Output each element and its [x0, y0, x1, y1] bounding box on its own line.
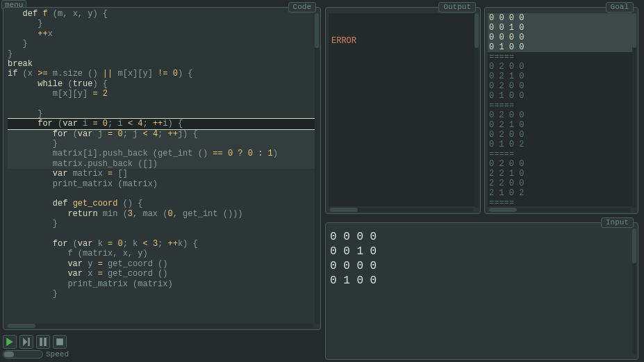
code-line[interactable]: }	[8, 109, 315, 119]
goal-line: 0 1 0 0	[488, 42, 632, 52]
output-body: ERROR	[329, 13, 474, 206]
input-scrollbar-v[interactable]	[632, 229, 636, 354]
code-line[interactable]: }	[8, 19, 315, 28]
output-scrollbar-h[interactable]	[330, 208, 473, 212]
goal-line: 0 2 1 0	[488, 72, 632, 81]
svg-rect-1	[40, 338, 42, 346]
pause-icon	[39, 338, 47, 346]
code-line[interactable]: matrix[i].push_back (get_int () == 0 ? 0…	[8, 149, 315, 158]
play-icon	[6, 338, 14, 346]
goal-sep: =====	[488, 149, 632, 159]
goal-line: 0 0 1 0	[488, 23, 632, 33]
code-line[interactable]: m[x][y] = 2	[8, 89, 315, 99]
code-editor[interactable]: def f (m, x, y) { } ++x }}breakif (x >= …	[8, 9, 315, 325]
goal-panel-label: Goal	[606, 2, 634, 13]
goal-line: 0 0 0 0	[488, 13, 632, 23]
code-scrollbar-v[interactable]	[315, 13, 319, 324]
speed-control: Speed	[3, 350, 69, 359]
controls-bar	[3, 335, 67, 349]
goal-sep: =====	[488, 52, 632, 62]
code-panel: Code def f (m, x, y) { } ++x }}breakif (…	[3, 7, 321, 330]
code-line[interactable]: for (var k = 0; k < 3; ++k) {	[8, 239, 315, 249]
stop-button[interactable]	[53, 335, 67, 349]
code-line[interactable]: print_matrix (matrix)	[8, 279, 315, 289]
goal-line: 0 2 0 0	[488, 81, 632, 91]
goal-line: 2 1 0 2	[488, 188, 632, 198]
code-line[interactable]: while (true) {	[8, 79, 315, 89]
step-icon	[22, 338, 31, 346]
code-line[interactable]	[8, 189, 315, 199]
code-line[interactable]	[8, 229, 315, 239]
code-line[interactable]: print_matrix (matrix)	[8, 179, 315, 189]
goal-line: 2 2 1 0	[488, 169, 632, 179]
goal-body: 0 0 0 00 0 1 00 0 0 00 1 0 0=====0 2 0 0…	[488, 13, 632, 206]
svg-rect-2	[44, 338, 47, 346]
output-panel-label: Output	[438, 2, 476, 13]
code-line[interactable]: }	[8, 39, 315, 49]
goal-line: 0 2 0 0	[488, 110, 632, 120]
code-line[interactable]: }	[8, 139, 315, 149]
code-line[interactable]: def f (m, x, y) {	[8, 9, 315, 19]
code-line[interactable]: var x = get_coord ()	[8, 269, 315, 279]
code-scrollbar-h[interactable]	[8, 324, 313, 328]
code-line[interactable]: return min (3, max (0, get_int ()))	[8, 209, 315, 219]
code-line[interactable]: var y = get_coord ()	[8, 259, 315, 269]
goal-line: 0 2 1 0	[488, 120, 632, 130]
goal-scrollbar-h[interactable]	[489, 208, 631, 212]
pause-button[interactable]	[36, 335, 50, 349]
code-line[interactable]: break	[8, 59, 315, 69]
code-line[interactable]: f (matrix, x, y)	[8, 249, 315, 258]
code-line[interactable]: }	[8, 49, 315, 59]
code-line[interactable]: }	[8, 289, 315, 299]
goal-line: 0 1 0 0	[488, 91, 632, 101]
output-error: ERROR	[329, 33, 474, 49]
goal-line: 0 1 0 2	[488, 140, 632, 149]
goal-line: 0 2 0 0	[488, 159, 632, 169]
goal-line: 0 0 0 0	[488, 33, 632, 42]
step-button[interactable]	[19, 335, 33, 349]
input-panel: Input 0 0 0 0 0 0 1 0 0 0 0 0 0 1 0 0	[325, 222, 638, 360]
code-line[interactable]	[8, 99, 315, 109]
code-line[interactable]: for (var i = 0; i < 4; ++i) {	[8, 119, 315, 129]
goal-line: 0 2 0 0	[488, 130, 632, 140]
code-line[interactable]: var matrix = []	[8, 169, 315, 179]
goal-sep: =====	[488, 198, 632, 206]
input-body[interactable]: 0 0 0 0 0 0 1 0 0 0 0 0 0 1 0 0	[330, 230, 636, 358]
output-panel: Output ERROR	[325, 7, 481, 214]
input-panel-label: Input	[601, 217, 634, 228]
code-line[interactable]: if (x >= m.size () || m[x][y] != 0) {	[8, 69, 315, 79]
svg-rect-0	[28, 338, 29, 346]
code-line[interactable]: ++x	[8, 29, 315, 39]
code-line[interactable]: def get_coord () {	[8, 199, 315, 208]
play-button[interactable]	[3, 335, 17, 349]
svg-rect-3	[56, 338, 63, 345]
output-scrollbar-v[interactable]	[474, 13, 479, 208]
code-line[interactable]: for (var j = 0; j < 4; ++j) {	[8, 129, 315, 139]
goal-sep: =====	[488, 101, 632, 110]
goal-scrollbar-v[interactable]	[632, 13, 636, 208]
goal-line: 0 2 0 0	[488, 62, 632, 72]
goal-panel: Goal 0 0 0 00 0 1 00 0 0 00 1 0 0=====0 …	[484, 7, 638, 214]
code-line[interactable]: }	[8, 219, 315, 229]
speed-label: Speed	[46, 350, 69, 359]
code-line[interactable]: matrix.push_back ([])	[8, 159, 315, 169]
stop-icon	[56, 338, 64, 346]
goal-line: 2 2 0 0	[488, 179, 632, 188]
speed-slider[interactable]	[3, 350, 43, 359]
